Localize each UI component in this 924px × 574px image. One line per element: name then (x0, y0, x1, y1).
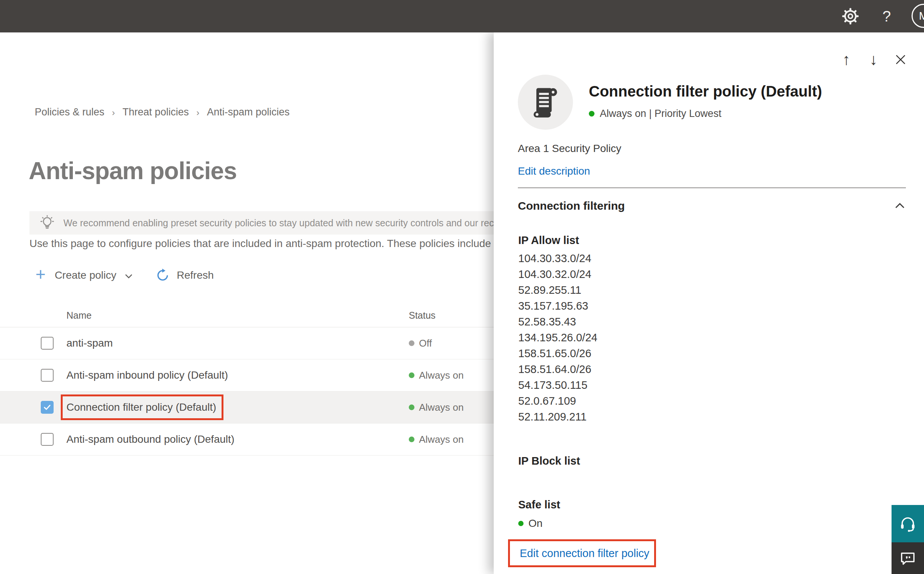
status-cell: Always on (409, 402, 464, 413)
row-checkbox[interactable] (41, 369, 54, 382)
flyout-title: Connection filter policy (Default) (589, 83, 906, 100)
ip-address-item: 54.173.50.115 (518, 377, 598, 393)
ip-address-item: 52.11.209.211 (518, 409, 598, 425)
policy-name[interactable]: anti-spam (66, 337, 113, 349)
row-checkbox-checked[interactable] (41, 401, 54, 414)
column-header-status[interactable]: Status (409, 310, 435, 321)
ip-block-list-heading: IP Block list (518, 455, 580, 467)
policy-details-flyout: ↑ ↓ Connecti (494, 32, 924, 574)
policy-name[interactable]: Connection filter policy (Default) (61, 394, 223, 420)
status-dot (589, 111, 595, 117)
table-row[interactable]: Anti-spam inbound policy (Default)Always… (0, 360, 502, 391)
status-dot (409, 373, 415, 378)
breadcrumb-separator-icon: › (196, 107, 199, 118)
column-header-name[interactable]: Name (66, 310, 92, 321)
ip-address-item: 134.195.26.0/24 (518, 330, 598, 345)
table-row[interactable]: Anti-spam outbound policy (Default)Alway… (0, 424, 502, 456)
status-cell: Off (409, 337, 432, 349)
help-icon[interactable]: ? (873, 3, 900, 29)
section-title: Connection filtering (518, 200, 625, 212)
status-dot (518, 521, 524, 526)
breadcrumb-item[interactable]: Threat policies (123, 106, 189, 118)
row-checkbox[interactable] (41, 433, 54, 446)
policy-name[interactable]: Anti-spam outbound policy (Default) (66, 433, 234, 445)
status-text: Always on (419, 434, 464, 445)
refresh-icon (155, 268, 170, 282)
ip-allow-list-heading: IP Allow list (518, 234, 579, 247)
safe-list-status: On (518, 517, 543, 530)
breadcrumb-item[interactable]: Policies & rules (35, 106, 104, 118)
flyout-status-text: Always on | Priority Lowest (600, 108, 721, 120)
ip-address-item: 52.89.255.11 (518, 282, 598, 298)
close-icon[interactable] (887, 47, 914, 72)
ip-address-item: 52.58.35.43 (518, 314, 598, 330)
edit-connection-filter-policy-annotation: Edit connection filter policy (508, 539, 656, 567)
top-app-bar: ? M (0, 0, 924, 32)
settings-gear-icon[interactable] (837, 3, 864, 29)
chevron-up-icon[interactable] (894, 200, 906, 212)
breadcrumb: Policies & rules›Threat policies›Anti-sp… (35, 106, 290, 118)
breadcrumb-separator-icon: › (112, 107, 115, 118)
page-title: Anti-spam policies (29, 157, 237, 185)
ip-address-item: 52.0.67.109 (518, 393, 598, 409)
table-row[interactable]: Connection filter policy (Default)Always… (0, 391, 502, 424)
edit-connection-filter-policy-link[interactable]: Edit connection filter policy (520, 547, 649, 560)
status-text: Always on (419, 370, 464, 381)
status-cell: Always on (409, 370, 464, 381)
comment-bubble-icon (899, 549, 916, 567)
ip-address-item: 104.30.32.0/24 (518, 266, 598, 282)
flyout-nav: ↑ ↓ (833, 47, 914, 72)
edit-description-link[interactable]: Edit description (518, 165, 590, 177)
feedback-comment-button[interactable] (892, 542, 924, 574)
ip-address-item: 35.157.195.63 (518, 298, 598, 314)
status-text: Off (419, 337, 432, 349)
policy-scroll-icon (518, 75, 573, 130)
anti-spam-policies-page: ? M Policies & rules›Threat policies›Ant… (0, 0, 924, 574)
chevron-down-icon (124, 271, 134, 281)
command-bar: + Create policy Refresh (35, 264, 214, 287)
next-item-arrow-down-icon[interactable]: ↓ (860, 47, 887, 72)
ip-allow-list: 104.30.33.0/24104.30.32.0/2452.89.255.11… (518, 251, 598, 425)
recommendation-banner: We recommend enabling preset security po… (29, 211, 505, 235)
policy-table: anti-spamOffAnti-spam inbound policy (De… (0, 327, 502, 456)
policy-name[interactable]: Anti-spam inbound policy (Default) (66, 369, 228, 381)
create-policy-button[interactable]: + Create policy (35, 266, 134, 284)
refresh-button[interactable]: Refresh (155, 268, 214, 282)
status-text: Always on (419, 402, 464, 413)
create-policy-label: Create policy (55, 269, 116, 281)
policy-description: Area 1 Security Policy (518, 143, 621, 155)
status-dot (409, 341, 415, 346)
row-checkbox[interactable] (41, 337, 54, 350)
headset-icon (899, 515, 917, 533)
lightbulb-icon (39, 215, 55, 231)
ip-address-item: 104.30.33.0/24 (518, 251, 598, 266)
support-headset-button[interactable] (892, 505, 924, 542)
plus-icon: + (35, 265, 46, 283)
flyout-status: Always on | Priority Lowest (589, 108, 721, 120)
connection-filtering-section-header[interactable]: Connection filtering (518, 200, 906, 212)
safe-list-heading: Safe list (518, 498, 560, 511)
banner-text: We recommend enabling preset security po… (63, 218, 505, 229)
refresh-label: Refresh (177, 269, 214, 281)
status-cell: Always on (409, 434, 464, 445)
table-header: Name Status (0, 296, 502, 327)
ip-address-item: 158.51.64.0/26 (518, 361, 598, 377)
ip-address-item: 158.51.65.0/26 (518, 345, 598, 361)
divider (518, 188, 906, 188)
breadcrumb-item: Anti-spam policies (207, 106, 290, 118)
status-dot (409, 405, 415, 410)
account-avatar[interactable]: M (911, 4, 924, 28)
page-description: Use this page to configure policies that… (29, 238, 505, 250)
previous-item-arrow-up-icon[interactable]: ↑ (833, 47, 860, 72)
status-dot (409, 437, 415, 442)
table-row[interactable]: anti-spamOff (0, 327, 502, 360)
